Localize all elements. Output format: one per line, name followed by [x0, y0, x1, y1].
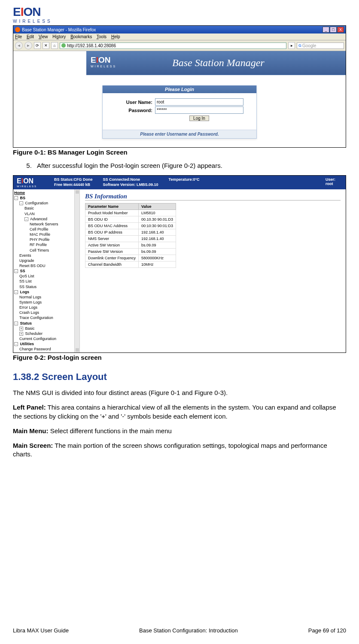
tree-item[interactable]: - Advanced: [14, 216, 79, 222]
figure-2-screenshot: EION WIRELESS BS Status:CFG Done Free Me…: [13, 175, 346, 353]
temperature: Temperature:0°C: [169, 177, 200, 182]
back-button[interactable]: ◄: [15, 42, 23, 49]
browser-titlebar: Base Station Manager - Mozilla Firefox _…: [13, 26, 346, 33]
logo-subtext: WIRELESS: [13, 19, 346, 24]
search-bar[interactable]: GGoogle: [297, 43, 344, 49]
table-row: NMS Server192.168.1.40: [85, 236, 176, 242]
section-intro: The NMS GUI is divided into four distinc…: [13, 389, 346, 397]
google-icon: G: [298, 43, 301, 48]
user-label: User:: [326, 177, 335, 182]
tree-item[interactable]: - Utilities: [14, 341, 79, 346]
tree-item[interactable]: Change Password: [14, 346, 79, 352]
menu-file[interactable]: File: [15, 34, 22, 39]
nav-tree[interactable]: Home- BS- ConfigurationBasicVLAN- Advanc…: [13, 189, 80, 352]
url-bar[interactable]: http://192.168.1.40:28086: [60, 43, 286, 49]
section-heading: 1.38.2 Screen Layout: [13, 371, 346, 383]
menu-history[interactable]: History: [52, 34, 66, 39]
left-panel-text: This area contains a hierarchical view o…: [13, 404, 336, 419]
main-menu-text: Select different functions in the main m…: [49, 427, 172, 434]
menu-help[interactable]: Help: [111, 34, 120, 39]
main-screen-text: The main portion of the screen shows con…: [13, 442, 327, 458]
menu-bookmarks[interactable]: Bookmarks: [70, 34, 92, 39]
tree-item[interactable]: Error Logs: [14, 305, 79, 310]
col-param: Parameter Name: [85, 204, 139, 210]
browser-menubar[interactable]: File Edit View History Bookmarks Tools H…: [13, 33, 346, 40]
maximize-button[interactable]: □: [330, 27, 337, 33]
left-panel-label: Left Panel:: [13, 404, 46, 411]
tree-item[interactable]: - Logs: [14, 289, 79, 295]
table-row: Channel Bandwidth10MHz: [85, 261, 176, 268]
bs-status: BS Status:CFG Done: [54, 177, 93, 182]
tree-item[interactable]: Crash Logs: [14, 310, 79, 315]
tree-item[interactable]: Upgrade: [14, 258, 79, 263]
ss-connected: SS Connected:None: [103, 177, 158, 182]
username-input[interactable]: [155, 98, 243, 106]
figure-2-caption: Figure 0-2: Post-login screen: [13, 354, 346, 361]
footer-right: Page 69 of 120: [308, 627, 346, 634]
col-value: Value: [139, 204, 176, 210]
main-content: BS Information Parameter Name Value Prod…: [80, 189, 346, 352]
free-mem: Free Mem:44440 kB: [54, 182, 93, 188]
header-logo: EION WIRELESS: [17, 177, 37, 188]
tree-item[interactable]: + Scheduler: [14, 331, 79, 336]
tree-item[interactable]: Reset BS ODU: [14, 263, 79, 268]
tree-item[interactable]: SS Status: [14, 284, 79, 289]
close-button[interactable]: X: [337, 27, 344, 33]
user-value: root: [326, 182, 335, 186]
tree-item[interactable]: Events: [14, 253, 79, 258]
figure-1-screenshot: Base Station Manager - Mozilla Firefox _…: [13, 25, 346, 148]
tree-item[interactable]: Network Servers: [14, 222, 79, 227]
go-button[interactable]: ▸: [288, 42, 295, 49]
browser-toolbar: ◄ ► ⟳ ✕ ⌂ http://192.168.1.40:28086 ▸ GG…: [13, 40, 346, 51]
footer-left: Libra MAX User Guide: [13, 627, 69, 634]
tree-item[interactable]: - SS: [14, 268, 79, 273]
table-row: BS ODU ID00.10.30 90.01.D3: [85, 216, 176, 223]
password-label: Password:: [116, 108, 155, 113]
figure-1-caption: Figure 0-1: BS Manager Login Screen: [13, 149, 346, 156]
table-row: BS ODU IP address192.168.1.40: [85, 229, 176, 236]
tree-item[interactable]: Trace Configuration: [14, 315, 79, 320]
table-row: Passive SW Versionbs.09.09: [85, 249, 176, 255]
footer-center: Base Station Configuration: Introduction: [139, 627, 238, 634]
reload-button[interactable]: ⟳: [34, 42, 41, 49]
tree-item[interactable]: PHY Profile: [14, 237, 79, 242]
tree-item[interactable]: Normal Logs: [14, 295, 79, 300]
scrollbar[interactable]: [74, 189, 79, 352]
tree-item[interactable]: Cell Profile: [14, 227, 79, 232]
bsm-logo: EION WIRELESS: [91, 55, 116, 68]
menu-edit[interactable]: Edit: [27, 34, 34, 39]
stop-button[interactable]: ✕: [43, 42, 49, 49]
tree-item[interactable]: - Status: [14, 321, 79, 326]
menu-tools[interactable]: Tools: [97, 34, 106, 39]
tree-item[interactable]: - BS: [14, 195, 79, 200]
tree-item[interactable]: Current Configuration: [14, 336, 79, 341]
main-screen-label: Main Screen:: [13, 442, 53, 449]
tree-item[interactable]: - Configuration: [14, 200, 79, 206]
status-bar: EION WIRELESS BS Status:CFG Done Free Me…: [13, 176, 346, 189]
tree-item[interactable]: Home: [14, 190, 79, 195]
forward-button[interactable]: ►: [24, 42, 32, 49]
login-button[interactable]: Log In: [189, 115, 209, 121]
sw-version: Software Version: LMBS.09.10: [103, 182, 158, 188]
window-title: Base Station Manager - Mozilla Firefox: [22, 27, 96, 32]
tree-item[interactable]: Cell Timers: [14, 248, 79, 253]
panel-title: BS Information: [85, 193, 341, 200]
tree-item[interactable]: QoS List: [14, 273, 79, 279]
tree-item[interactable]: System Logs: [14, 300, 79, 305]
tree-item[interactable]: RF Profile: [14, 242, 79, 247]
tree-item[interactable]: VLAN: [14, 211, 79, 216]
home-button[interactable]: ⌂: [51, 42, 58, 49]
tree-item[interactable]: Ping: [14, 352, 79, 352]
step-5: After successful login the Post-login sc…: [33, 162, 346, 169]
tree-item[interactable]: + Basic: [14, 326, 79, 331]
tree-item[interactable]: Basic: [14, 206, 79, 211]
tree-item[interactable]: SS List: [14, 279, 79, 284]
menu-view[interactable]: View: [39, 34, 48, 39]
login-card-header: Please Login: [103, 85, 256, 93]
table-row: Active SW Versionbs.09.09: [85, 242, 176, 249]
tree-item[interactable]: MAC Profile: [14, 232, 79, 237]
bsm-title: Base Station Manager: [172, 57, 265, 69]
password-input[interactable]: [155, 106, 243, 114]
minimize-button[interactable]: _: [322, 27, 329, 33]
username-label: User Name:: [116, 100, 155, 105]
